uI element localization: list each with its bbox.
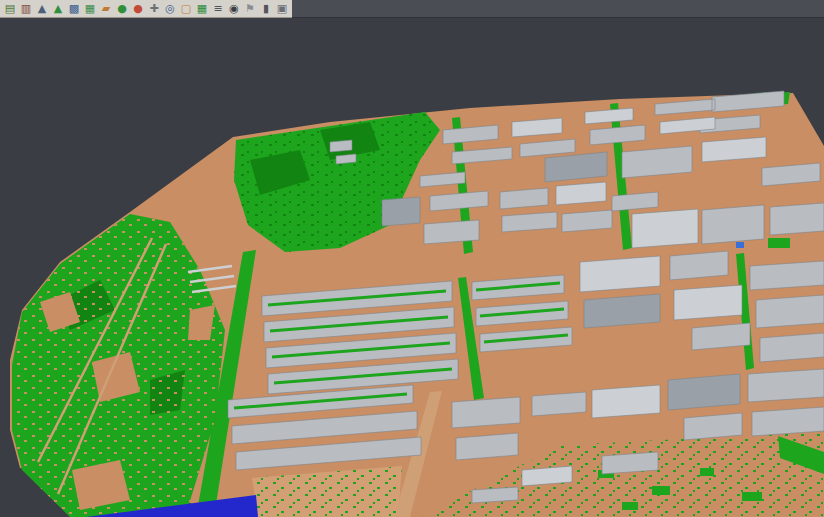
blue-object — [736, 242, 744, 248]
point-cloud-render[interactable] — [0, 0, 824, 517]
toolbar-icons: ▤ ▥ ▲ ▲ ▩ ▦ ▰ ● ● ✚ ◎ ▢ ▦ ≡ ◉ ⚑ ▮ ▣ — [0, 0, 292, 18]
mesh-view-icon[interactable]: ▲ — [35, 1, 50, 16]
3d-viewport[interactable] — [0, 0, 824, 517]
layer-list-icon[interactable]: ≡ — [211, 1, 226, 16]
application-window: ▤ ▥ ▲ ▲ ▩ ▦ ▰ ● ● ✚ ◎ ▢ ▦ ≡ ◉ ⚑ ▮ ▣ — [0, 0, 824, 517]
open-project-icon[interactable]: ▤ — [3, 1, 18, 16]
grid-overlay-icon[interactable]: ▦ — [195, 1, 210, 16]
elevation-palette-icon[interactable]: ▰ — [99, 1, 114, 16]
zoom-window-icon[interactable]: ◎ — [163, 1, 178, 16]
histogram-icon[interactable]: ▮ — [259, 1, 274, 16]
start-tool-icon[interactable]: ● — [115, 1, 130, 16]
toolbar-spacer — [292, 0, 824, 18]
stop-tool-icon[interactable]: ● — [131, 1, 146, 16]
settings-icon[interactable]: ✚ — [147, 1, 162, 16]
marker-flag-icon[interactable]: ⚑ — [243, 1, 258, 16]
globe-view-icon[interactable]: ◉ — [227, 1, 242, 16]
crop-region-icon[interactable]: ▢ — [179, 1, 194, 16]
screenshot-icon[interactable]: ▣ — [275, 1, 290, 16]
save-project-icon[interactable]: ▥ — [19, 1, 34, 16]
classification-palette-icon[interactable]: ▦ — [83, 1, 98, 16]
point-cloud-icon[interactable]: ▩ — [67, 1, 82, 16]
terrain-layer-icon[interactable]: ▲ — [51, 1, 66, 16]
toolbar: ▤ ▥ ▲ ▲ ▩ ▦ ▰ ● ● ✚ ◎ ▢ ▦ ≡ ◉ ⚑ ▮ ▣ — [0, 0, 824, 18]
